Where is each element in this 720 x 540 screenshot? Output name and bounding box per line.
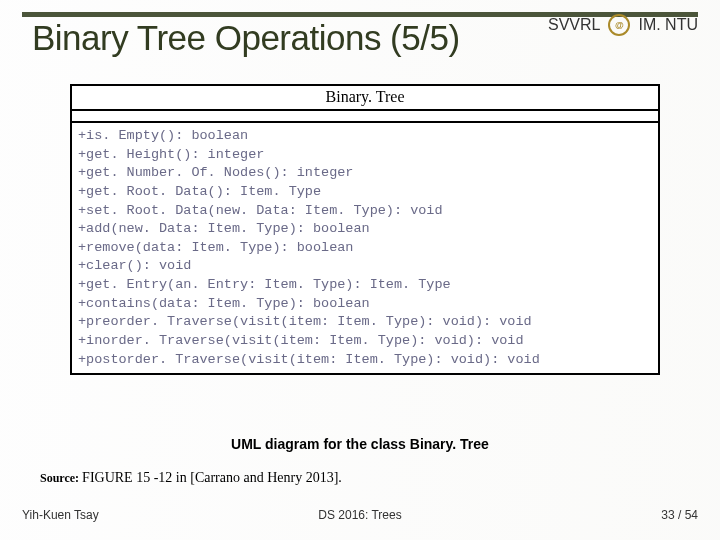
ntu-logo-icon: @ [608, 14, 630, 36]
uml-operation: +clear(): void [78, 257, 652, 276]
uml-operation: +add(new. Data: Item. Type): boolean [78, 220, 652, 239]
uml-operation: +set. Root. Data(new. Data: Item. Type):… [78, 202, 652, 221]
footer-author: Yih-Kuen Tsay [22, 508, 99, 522]
uml-operation: +inorder. Traverse(visit(item: Item. Typ… [78, 332, 652, 351]
page-total: 54 [685, 508, 698, 522]
header: Binary Tree Operations (5/5) SVVRL @ IM.… [32, 18, 698, 58]
page-sep: / [675, 508, 685, 522]
uml-class-name: Binary. Tree [72, 86, 658, 111]
uml-operation: +postorder. Traverse(visit(item: Item. T… [78, 351, 652, 370]
footer-course: DS 2016: Trees [318, 508, 401, 522]
source-label: Source: [40, 471, 82, 485]
source-line: Source: FIGURE 15 -12 in [Carrano and He… [40, 470, 342, 486]
source-text: FIGURE 15 -12 in [Carrano and Henry 2013… [82, 470, 342, 485]
uml-operation: +get. Entry(an. Entry: Item. Type): Item… [78, 276, 652, 295]
uml-operations-compartment: +is. Empty(): boolean+get. Height(): int… [72, 123, 658, 373]
uml-caption: UML diagram for the class Binary. Tree [0, 436, 720, 452]
uml-class-box: Binary. Tree +is. Empty(): boolean+get. … [70, 84, 660, 375]
org-block: SVVRL @ IM. NTU [548, 14, 698, 36]
uml-operation: +contains(data: Item. Type): boolean [78, 295, 652, 314]
uml-operation: +get. Height(): integer [78, 146, 652, 165]
org-right: IM. NTU [638, 16, 698, 34]
uml-operation: +is. Empty(): boolean [78, 127, 652, 146]
uml-operation: +preorder. Traverse(visit(item: Item. Ty… [78, 313, 652, 332]
uml-operation: +remove(data: Item. Type): boolean [78, 239, 652, 258]
uml-operation: +get. Number. Of. Nodes(): integer [78, 164, 652, 183]
page-title: Binary Tree Operations (5/5) [32, 18, 460, 58]
uml-operation: +get. Root. Data(): Item. Type [78, 183, 652, 202]
page-current: 33 [661, 508, 674, 522]
org-left: SVVRL [548, 16, 600, 34]
footer-page: 33 / 54 [661, 508, 698, 522]
footer: Yih-Kuen Tsay DS 2016: Trees 33 / 54 [22, 508, 698, 522]
uml-attributes-compartment [72, 111, 658, 123]
